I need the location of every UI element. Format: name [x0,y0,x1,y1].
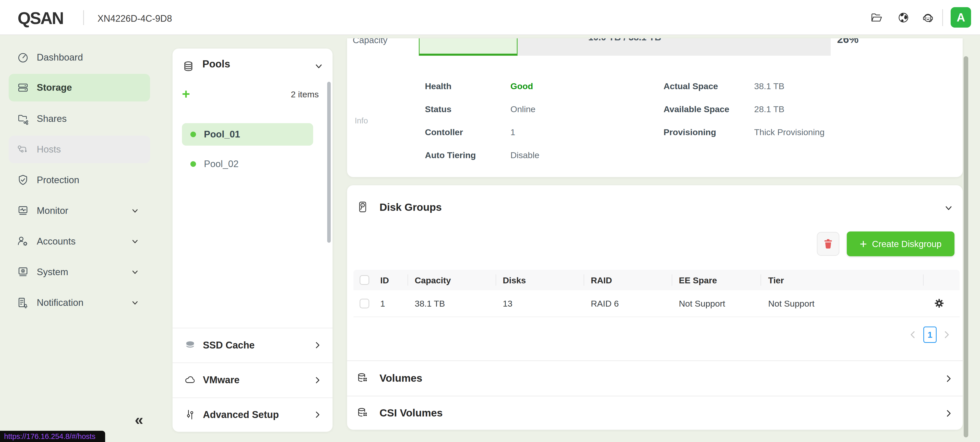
sidebar-item-label: System [37,267,68,278]
column-divider [496,274,496,286]
ssd-cache-disk-icon [184,339,196,351]
pool-list-item-pool01[interactable]: Pool_01 [182,123,313,146]
column-header-disks[interactable]: Disks [503,275,526,286]
prev-page-button[interactable] [908,330,918,339]
table-row[interactable]: 1 38.1 TB 13 RAID 6 Not Support Not Supp… [353,290,959,317]
ssd-cache-section[interactable]: SSD Cache [172,328,332,362]
row-checkbox[interactable] [360,299,369,308]
disk-groups-table: ID Capacity Disks RAID EE Spare Tier 1 3… [353,270,959,317]
sidebar-item-monitor[interactable]: Monitor [9,197,150,225]
info-section-label: Info [355,116,368,126]
volumes-title: Volumes [380,372,422,384]
support-headset-icon[interactable] [922,11,934,24]
column-header-tier[interactable]: Tier [768,275,784,286]
cell-disks: 13 [503,299,512,309]
pool-list-item-pool02[interactable]: Pool_02 [182,153,313,175]
sidebar-item-accounts[interactable]: Accounts [9,228,150,255]
column-header-ee-spare[interactable]: EE Spare [679,275,717,286]
sidebar-item-label: Dashboard [37,52,83,63]
field-label: Provisioning [663,127,716,137]
table-header-row: ID Capacity Disks RAID EE Spare Tier [353,270,959,290]
pools-count-label: 2 items [291,89,319,99]
notification-log-bell-icon [17,297,29,309]
row-settings-gear-icon[interactable] [933,297,945,309]
cell-capacity: 38.1 TB [415,299,445,309]
chevron-right-icon [944,374,953,383]
column-divider [923,274,924,286]
topbar-divider [83,10,84,25]
disk-groups-title: Disk Groups [380,201,442,213]
sidebar-item-hosts[interactable]: Hosts [9,136,150,163]
next-page-button[interactable] [942,330,951,339]
volumes-database-icon [357,372,369,384]
pool-status-dot [190,132,196,137]
section-label: VMware [203,375,240,386]
user-avatar[interactable]: A [951,7,971,27]
sidebar-item-shares[interactable]: Shares [9,105,150,132]
sidebar-item-protection[interactable]: Protection [9,166,150,194]
disk-groups-card: Disk Groups + Create Diskgroup ID Capaci… [347,185,963,430]
page-number-button[interactable]: 1 [923,327,937,343]
column-header-id[interactable]: ID [380,275,389,286]
sliders-icon [184,409,196,421]
chevron-down-icon[interactable] [314,62,323,70]
create-diskgroup-label: Create Diskgroup [872,239,942,249]
provisioning-value: Thick Provisioning [754,127,824,137]
csi-volumes-section[interactable]: CSI Volumes [347,396,963,429]
hosts-network-icon [17,143,29,156]
sidebar-item-label: Protection [37,175,80,185]
capacity-bar: 10.0 TB / 38.1 TB [419,38,831,56]
field-label: Auto Tiering [425,150,476,160]
cell-ee-spare: Not Support [679,299,725,309]
capacity-bar-label: Capacity [353,38,387,46]
sidebar-collapse-button[interactable]: « [135,411,143,428]
sidebar-item-storage[interactable]: Storage [9,74,150,101]
sidebar-item-label: Accounts [37,236,76,247]
pool-name: Pool_01 [204,129,240,140]
health-value: Good [511,81,533,91]
chevron-down-icon[interactable] [944,204,953,212]
topbar-divider [942,9,943,26]
pool-info-card: Capacity 10.0 TB / 38.1 TB 26% Info Heal… [347,38,963,177]
advanced-setup-section[interactable]: Advanced Setup [172,397,332,432]
add-pool-button[interactable]: + [182,88,190,100]
chevron-down-icon [131,238,139,245]
delete-diskgroup-button[interactable] [817,232,839,256]
sidebar-item-label: Shares [37,113,67,124]
vmware-section[interactable]: VMware [172,362,332,397]
pools-scrollbar[interactable] [327,82,331,243]
language-globe-icon[interactable] [897,11,910,24]
shared-folder-icon [17,113,29,125]
shield-check-icon [17,174,29,186]
create-diskgroup-button[interactable]: + Create Diskgroup [847,231,955,256]
file-explorer-icon[interactable] [870,11,883,24]
avatar-initial: A [956,11,965,24]
column-divider [407,274,408,286]
chevron-down-icon [131,207,139,215]
topbar: QSAN XN4226D-4C-9D8 A [0,0,980,35]
column-header-capacity[interactable]: Capacity [415,275,451,286]
field-label: Available Space [663,104,729,114]
cell-id: 1 [380,299,385,309]
sidebar-item-notification[interactable]: Notification [9,289,150,316]
system-gear-screen-icon [17,266,29,278]
csi-volumes-database-icon [357,407,369,419]
sidebar-item-label: Hosts [37,144,61,155]
device-name: XN4226D-4C-9D8 [97,13,172,24]
pools-panel-title: Pools [202,58,230,70]
column-divider [584,274,584,286]
page-scrollbar[interactable] [964,56,968,437]
column-header-raid[interactable]: RAID [591,275,612,286]
vmware-cloud-icon [184,374,196,386]
chevron-right-icon [944,409,953,418]
monitor-chart-icon [17,205,29,217]
plus-icon: + [860,238,867,250]
sidebar-item-system[interactable]: System [9,258,150,286]
volumes-section[interactable]: Volumes [347,361,963,396]
select-all-checkbox[interactable] [360,275,369,285]
pools-panel: Pools + 2 items Pool_01 Pool_02 SSD Cach… [172,49,332,432]
field-label: Contoller [425,127,463,137]
sidebar-item-dashboard[interactable]: Dashboard [9,44,150,71]
chevron-right-icon [313,376,321,384]
sidebar-item-label: Notification [37,297,83,308]
